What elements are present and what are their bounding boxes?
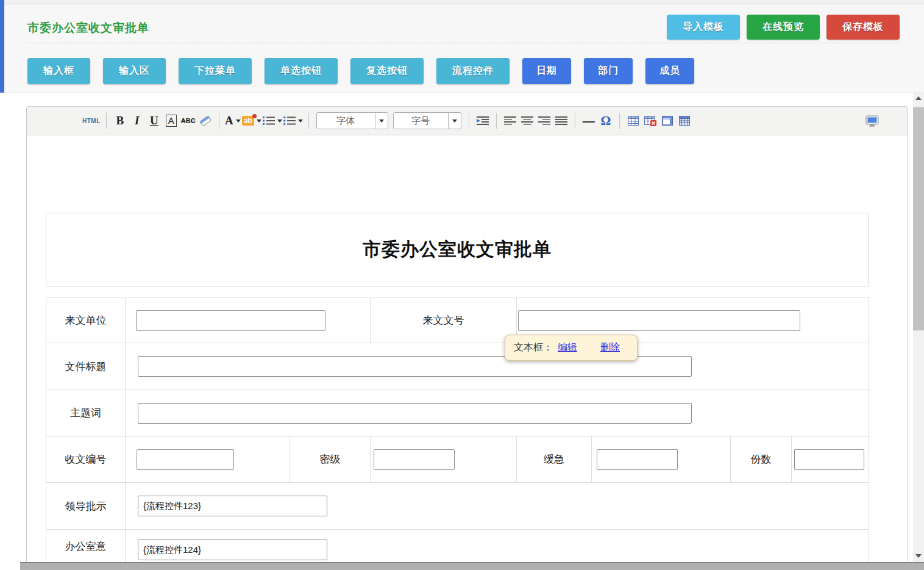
ordered-list-icon[interactable] (263, 113, 282, 129)
tooltip-label: 文本框： (514, 341, 553, 354)
input-box-button[interactable]: 输入框 (27, 58, 90, 84)
delete-table-icon[interactable] (642, 113, 658, 129)
text-input-field[interactable] (597, 449, 678, 470)
textarea-button[interactable]: 输入区 (103, 58, 166, 84)
chevron-down-icon (277, 119, 282, 123)
toolbar-separator (469, 113, 469, 129)
field-label-cell: 领导批示 (46, 483, 126, 530)
text-input-field[interactable]: {流程控件124} (138, 540, 327, 560)
preview-online-button[interactable]: 在线预览 (747, 15, 820, 40)
document-title-block[interactable]: 市委办公室收文审批单 (46, 213, 869, 287)
triangle-down-icon (915, 554, 922, 558)
field-input-cell (126, 343, 869, 390)
control-edit-tooltip: 文本框： 编辑 删除 (505, 335, 638, 361)
toolbar-separator (575, 113, 575, 129)
text-input-field[interactable] (794, 449, 864, 470)
text-input-field[interactable] (518, 310, 800, 331)
font-family-select[interactable]: 字体 (316, 112, 388, 129)
field-input-cell (126, 298, 371, 343)
table-row: 主题词 (46, 390, 869, 436)
unordered-list-icon[interactable] (283, 113, 303, 129)
department-button[interactable]: 部门 (584, 58, 633, 84)
field-label-cell: 文件标题 (46, 343, 126, 390)
save-template-button[interactable]: 保存模板 (826, 15, 900, 40)
header-divider (27, 43, 901, 43)
table-row: 领导批示{流程控件123} (46, 483, 869, 530)
special-char-icon[interactable]: Ω (598, 113, 614, 129)
text-color-icon[interactable]: A (225, 113, 241, 129)
editor-toolbar: HTML B I U A ABC A ab (27, 107, 908, 135)
table-props-icon[interactable] (677, 113, 692, 129)
table-row: 文件标题 (46, 343, 869, 390)
member-button[interactable]: 成员 (645, 58, 694, 84)
insert-table-icon[interactable] (625, 113, 641, 129)
field-label-cell: 主题词 (46, 390, 126, 436)
align-right-icon[interactable] (536, 113, 552, 129)
table-row: 收文编号密级缓急份数 (46, 436, 869, 483)
text-input-field[interactable]: {流程控件123} (138, 496, 327, 516)
field-input-cell (126, 390, 869, 436)
source-code-icon[interactable]: HTML (82, 113, 101, 129)
table-cell-props-icon[interactable] (659, 113, 675, 129)
bold-icon[interactable]: B (112, 113, 128, 129)
table-body: 来文单位来文文号文件标题主题词收文编号密级缓急份数领导批示{流程控件123}办公… (46, 298, 869, 563)
chevron-down-icon (375, 113, 388, 129)
window-top-edge (0, 0, 924, 4)
align-justify-icon[interactable] (553, 113, 569, 129)
horizontal-rule-icon[interactable]: — (581, 113, 597, 129)
field-input-cell (371, 436, 517, 483)
text-input-field[interactable] (138, 403, 692, 424)
table-row: 办公室意{流程控件124} (46, 530, 869, 563)
strikethrough-icon[interactable]: ABC (180, 113, 196, 129)
underline-icon[interactable]: U (146, 113, 162, 129)
eraser-icon[interactable] (197, 113, 213, 129)
scroll-down-arrow[interactable] (913, 550, 924, 561)
dropdown-button[interactable]: 下拉菜单 (179, 58, 252, 84)
align-left-icon[interactable] (502, 113, 518, 129)
chevron-down-icon (448, 113, 461, 129)
toolbar-separator (619, 113, 620, 129)
field-label-cell: 密级 (290, 436, 371, 483)
field-label-cell: 来文文号 (371, 298, 517, 343)
font-size-select[interactable]: 字号 (393, 112, 461, 129)
flow-control-button[interactable]: 流程控件 (436, 58, 510, 84)
date-button[interactable]: 日期 (522, 58, 571, 84)
editor-scroll-area: HTML B I U A ABC A ab (0, 93, 913, 562)
chevron-down-icon (236, 119, 241, 123)
field-widget-buttons: 输入框输入区下拉菜单单选按钮复选按钮流程控件日期部门成员 (27, 58, 694, 84)
document-title: 市委办公室收文审批单 (363, 237, 552, 262)
editor-document[interactable]: 市委办公室收文审批单 来文单位来文文号文件标题主题词收文编号密级缓急份数领导批示… (27, 135, 908, 562)
toolbar-separator (308, 113, 309, 129)
field-label-cell: 缓急 (517, 436, 592, 483)
field-label-cell: 收文编号 (46, 436, 126, 483)
vertical-scrollbar[interactable] (913, 93, 924, 562)
highlight-color-icon[interactable]: ab (242, 113, 261, 129)
italic-icon[interactable]: I (129, 113, 145, 129)
chevron-down-icon (257, 119, 261, 123)
scroll-up-arrow[interactable] (913, 93, 924, 103)
text-input-field[interactable] (137, 449, 234, 470)
triangle-up-icon (915, 96, 922, 100)
app-viewport: 市委办公室收文审批单 导入模板在线预览保存模板 输入框输入区下拉菜单单选按钮复选… (0, 0, 924, 570)
edit-control-link[interactable]: 编辑 (558, 341, 577, 354)
header-panel: 市委办公室收文审批单 导入模板在线预览保存模板 输入框输入区下拉菜单单选按钮复选… (4, 4, 924, 93)
scrollbar-thumb[interactable] (913, 107, 924, 330)
page-title: 市委办公室收文审批单 (27, 20, 149, 36)
fullscreen-icon[interactable] (864, 113, 880, 129)
indent-icon[interactable] (475, 113, 491, 129)
text-input-field[interactable] (374, 449, 455, 470)
delete-control-link[interactable]: 删除 (600, 341, 620, 354)
text-input-field[interactable] (136, 310, 325, 331)
font-border-icon[interactable]: A (163, 113, 179, 129)
checkbox-button[interactable]: 复选按钮 (350, 58, 424, 84)
import-template-button[interactable]: 导入模板 (667, 15, 740, 40)
align-center-icon[interactable] (519, 113, 535, 129)
toolbar-separator (496, 113, 497, 129)
template-action-buttons: 导入模板在线预览保存模板 (667, 15, 900, 40)
field-label-cell: 份数 (731, 436, 792, 483)
field-input-cell: {流程控件124} (126, 530, 869, 563)
radio-button[interactable]: 单选按钮 (265, 58, 338, 84)
table-row: 来文单位来文文号 (46, 298, 869, 343)
window-bottom-edge (20, 562, 924, 570)
toolbar-separator (106, 113, 107, 129)
